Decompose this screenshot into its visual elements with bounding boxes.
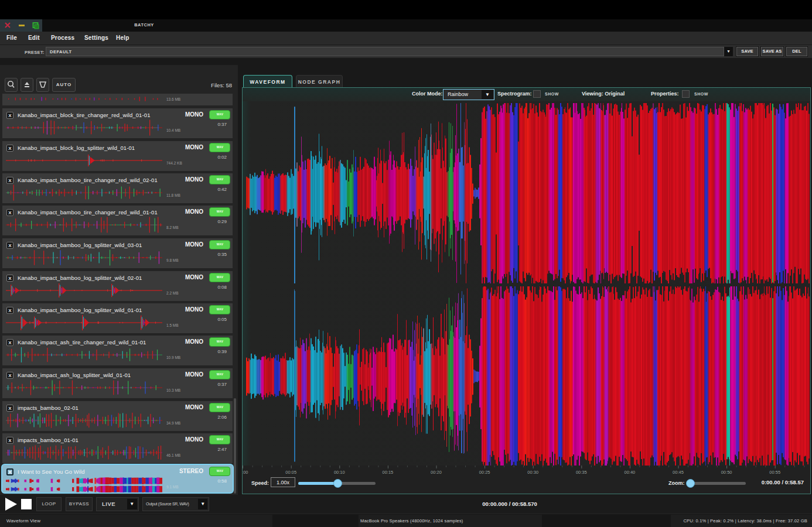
svg-text:00:10: 00:10 (334, 470, 345, 475)
svg-text:00:50: 00:50 (721, 470, 732, 475)
svg-text:00:45: 00:45 (673, 470, 684, 475)
svg-text:00:40: 00:40 (625, 470, 636, 475)
svg-text:00:25: 00:25 (479, 470, 490, 475)
svg-text:00:35: 00:35 (576, 470, 587, 475)
svg-text:00:15: 00:15 (383, 470, 394, 475)
svg-text:00:00: 00:00 (243, 470, 248, 475)
svg-text:00:20: 00:20 (431, 470, 442, 475)
svg-text:00:30: 00:30 (527, 470, 538, 475)
svg-text:00:55: 00:55 (769, 470, 780, 475)
svg-text:00:05: 00:05 (285, 470, 296, 475)
